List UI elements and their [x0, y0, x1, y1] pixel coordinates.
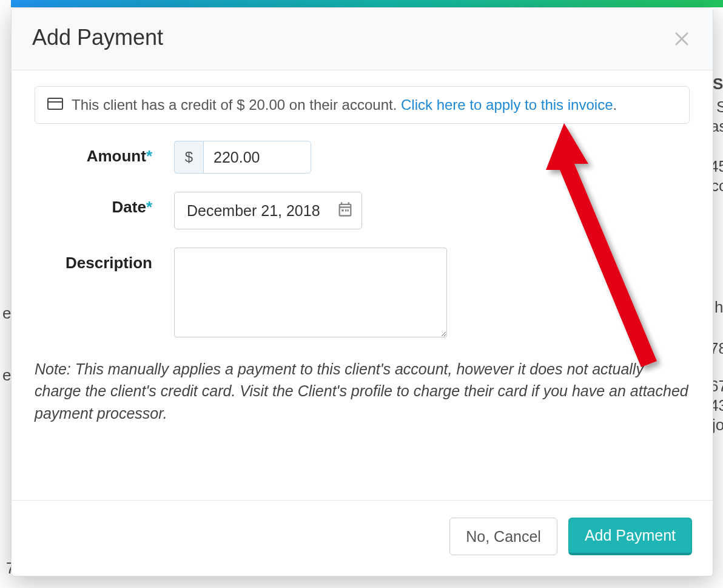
- bg-text: e: [2, 303, 11, 323]
- add-payment-button[interactable]: Add Payment: [568, 518, 692, 555]
- date-label-text: Date: [112, 198, 146, 216]
- required-asterisk: *: [146, 147, 152, 165]
- bg-text: h: [715, 297, 723, 317]
- currency-symbol: $: [174, 141, 203, 174]
- credit-notice-text: This client has a credit of $ 20.00 on t…: [72, 96, 617, 113]
- bg-text: e: [2, 365, 11, 385]
- date-row: Date*: [35, 192, 690, 229]
- svg-rect-0: [48, 98, 62, 109]
- description-label: Description: [35, 248, 174, 272]
- close-icon: [671, 39, 692, 50]
- bg-text: S: [716, 97, 723, 117]
- credit-period: .: [613, 96, 617, 113]
- brand-gradient-bar: [11, 0, 723, 7]
- modal-body: This client has a credit of $ 20.00 on t…: [12, 70, 713, 500]
- required-asterisk: *: [146, 198, 152, 216]
- manual-payment-note: Note: This manually applies a payment to…: [35, 358, 690, 424]
- bg-text: Si: [713, 74, 723, 93]
- close-button[interactable]: [671, 27, 692, 48]
- description-textarea[interactable]: [174, 248, 447, 337]
- date-label: Date*: [35, 192, 174, 217]
- credit-card-icon: [47, 96, 63, 113]
- modal-header: Add Payment: [12, 8, 713, 70]
- modal-title: Add Payment: [32, 25, 163, 50]
- credit-text-after: on their account.: [285, 96, 401, 113]
- amount-input[interactable]: [203, 141, 311, 174]
- amount-row: Amount* $: [35, 141, 690, 174]
- apply-credit-link[interactable]: Click here to apply to this invoice: [401, 96, 613, 113]
- date-input[interactable]: [174, 192, 362, 229]
- add-payment-modal: Add Payment This client has a credit of …: [11, 7, 713, 576]
- credit-text-before: This client has a credit of: [72, 96, 237, 113]
- description-row: Description: [35, 248, 690, 340]
- amount-label-text: Amount: [87, 147, 146, 165]
- cancel-button[interactable]: No, Cancel: [449, 518, 557, 555]
- credit-amount: $ 20.00: [237, 96, 285, 113]
- calendar-icon[interactable]: [337, 201, 354, 220]
- amount-input-group: $: [174, 141, 311, 174]
- amount-label: Amount*: [35, 141, 174, 166]
- credit-notice: This client has a credit of $ 20.00 on t…: [35, 86, 690, 124]
- modal-footer: No, Cancel Add Payment: [12, 500, 713, 576]
- bg-text: jo: [712, 415, 723, 434]
